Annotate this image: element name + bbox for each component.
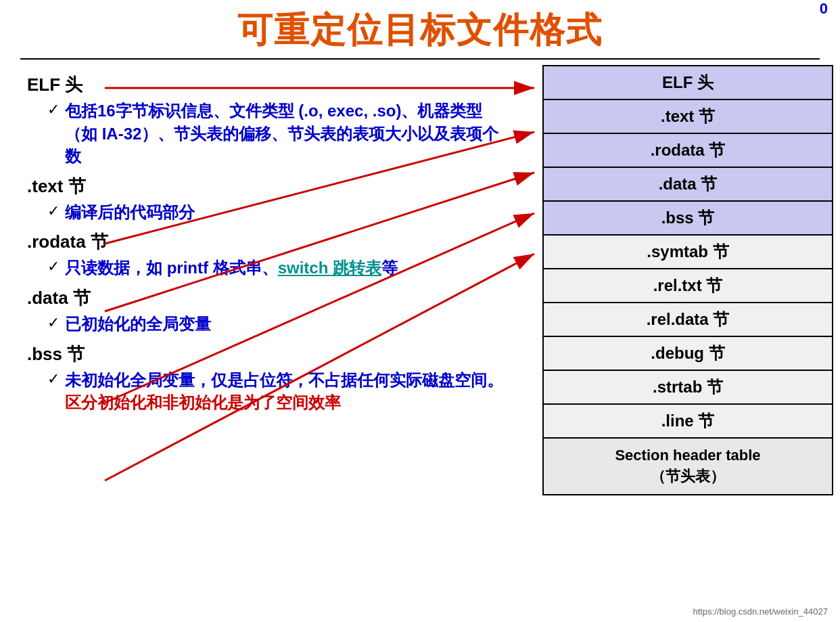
checkmark-icon-5: ✓ [47, 370, 60, 388]
bullet-text-text: 编译后的代码部分 [65, 201, 195, 224]
bullet-text: ✓ 编译后的代码部分 [47, 201, 514, 224]
elf-row-symtab: .symtab 节 [543, 235, 833, 269]
bullet-rodata: ✓ 只读数据，如 printf 格式串、switch 跳转表等 [47, 257, 514, 280]
section-elf-head: ELF 头 [27, 73, 514, 97]
table-row: .strtab 节 [543, 370, 833, 404]
table-row: .line 节 [543, 404, 833, 438]
section-bss: .bss 节 [27, 342, 514, 366]
elf-row-line: .line 节 [543, 404, 833, 438]
elf-row-data: .data 节 [543, 167, 833, 201]
elf-row-header: ELF 头 [543, 66, 833, 99]
checkmark-icon-3: ✓ [47, 258, 60, 275]
elf-structure-table-container: ELF 头 .text 节 .rodata 节 .data 节 .bss 节 .… [542, 60, 833, 495]
table-row: .rel.data 节 [543, 303, 833, 336]
left-column: ELF 头 ✓ 包括16字节标识信息、文件类型 (.o, exec, .so)、… [0, 60, 528, 425]
table-row: .rel.txt 节 [543, 269, 833, 303]
elf-row-reldata: .rel.data 节 [543, 303, 833, 336]
table-row: .debug 节 [543, 336, 833, 370]
checkmark-icon-4: ✓ [47, 314, 60, 332]
checkmark-icon-2: ✓ [47, 202, 60, 220]
elf-row-text: .text 节 [543, 99, 833, 133]
section-text: .text 节 [27, 175, 514, 198]
switch-link[interactable]: switch 跳转表 [278, 259, 381, 277]
zero-label: 0 [820, 0, 828, 18]
section-data: .data 节 [27, 286, 514, 310]
table-row: .bss 节 [543, 201, 833, 235]
bullet-data: ✓ 已初始化的全局变量 [47, 313, 514, 336]
bullet-elf-head-text: 包括16字节标识信息、文件类型 (.o, exec, .so)、机器类型（如 I… [65, 99, 514, 168]
elf-row-debug: .debug 节 [543, 336, 833, 370]
bullet-bss-text: 未初始化全局变量，仅是占位符，不占据任何实际磁盘空间。区分初始化和非初始化是为了… [65, 369, 514, 414]
table-row: .rodata 节 [543, 133, 833, 167]
table-row: .symtab 节 [543, 235, 833, 269]
elf-row-strtab: .strtab 节 [543, 370, 833, 404]
table-row-section-header: Section header table（节头表） [543, 438, 833, 495]
elf-row-rodata: .rodata 节 [543, 133, 833, 167]
elf-row-reltxt: .rel.txt 节 [543, 269, 833, 303]
bullet-elf-head: ✓ 包括16字节标识信息、文件类型 (.o, exec, .so)、机器类型（如… [47, 99, 514, 168]
table-row: .text 节 [543, 99, 833, 133]
page-title: 可重定位目标文件格式 [0, 0, 840, 58]
bullet-rodata-text: 只读数据，如 printf 格式串、switch 跳转表等 [65, 257, 398, 280]
elf-row-section-header: Section header table（节头表） [543, 438, 833, 495]
elf-table: ELF 头 .text 节 .rodata 节 .data 节 .bss 节 .… [542, 65, 833, 495]
watermark: https://blog.csdn.net/weixin_44027 [693, 606, 828, 617]
table-row: .data 节 [543, 167, 833, 201]
bullet-data-text: 已初始化的全局变量 [65, 313, 211, 336]
elf-row-bss: .bss 节 [543, 201, 833, 235]
checkmark-icon: ✓ [47, 101, 60, 118]
bss-red-text: 区分初始化和非初始化是为了空间效率 [65, 393, 341, 412]
section-rodata: .rodata 节 [27, 230, 514, 254]
bullet-bss: ✓ 未初始化全局变量，仅是占位符，不占据任何实际磁盘空间。区分初始化和非初始化是… [47, 369, 514, 414]
main-content: ELF 头 ✓ 包括16字节标识信息、文件类型 (.o, exec, .so)、… [0, 60, 840, 425]
table-row: ELF 头 [543, 66, 833, 99]
